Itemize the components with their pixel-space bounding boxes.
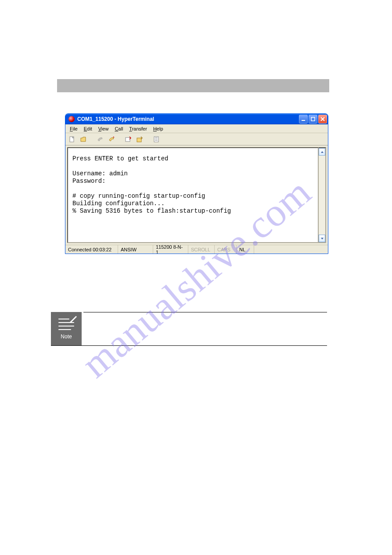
svg-rect-7 [155, 139, 158, 139]
chevron-down-icon [320, 237, 324, 240]
note-icon: Note [51, 312, 82, 345]
phone-connect-button[interactable] [95, 134, 105, 144]
svg-rect-6 [155, 138, 158, 138]
svg-rect-1 [311, 117, 315, 121]
properties-icon [153, 136, 160, 143]
menu-edit[interactable]: Edit [81, 126, 95, 132]
menu-help-label: elp [157, 126, 163, 131]
phone-disconnect-button[interactable] [107, 134, 116, 144]
hyperterminal-window: COM1_115200 - HyperTerminal File Edit Vi… [65, 113, 328, 254]
status-nl: NL [237, 245, 254, 254]
close-icon [320, 117, 325, 121]
window-title: COM1_115200 - HyperTerminal [77, 116, 299, 122]
menu-file[interactable]: File [67, 126, 80, 132]
scroll-up-button[interactable] [319, 148, 325, 156]
open-folder-icon [80, 136, 87, 143]
vertical-scrollbar[interactable] [319, 147, 326, 243]
menu-transfer-label: ransfer [132, 126, 147, 131]
svg-rect-3 [126, 138, 130, 141]
terminal-output[interactable]: Press ENTER to get started Username: adm… [67, 147, 319, 243]
status-settings: 115200 8-N-1 [153, 245, 188, 254]
minimize-icon [301, 117, 306, 121]
menu-call-label: all [118, 126, 123, 131]
app-icon [68, 116, 75, 122]
titlebar: COM1_115200 - HyperTerminal [65, 114, 328, 124]
gray-banner [57, 79, 329, 92]
chevron-up-icon [320, 150, 324, 154]
svg-rect-4 [137, 138, 141, 142]
pen-icon [69, 315, 77, 323]
new-file-button[interactable] [67, 134, 77, 144]
svg-rect-8 [155, 140, 158, 141]
note-box: Note [51, 312, 332, 345]
send-file-button[interactable] [123, 134, 133, 144]
menu-file-label: ile [73, 126, 78, 131]
menu-view[interactable]: View [96, 126, 111, 132]
menu-view-label: iew [101, 126, 109, 131]
status-scroll: SCROLL [188, 245, 215, 254]
properties-button[interactable] [151, 134, 161, 144]
new-file-icon [68, 136, 76, 143]
note-bottom-rule [51, 345, 327, 346]
menu-edit-label: dit [87, 126, 92, 131]
status-bar: Connected 00:03:22 ANSIW 115200 8-N-1 SC… [65, 245, 328, 254]
status-emulation: ANSIW [118, 245, 153, 254]
toolbar [65, 133, 328, 145]
status-caps: CAPS [215, 245, 237, 254]
menu-help[interactable]: Help [151, 126, 166, 132]
minimize-button[interactable] [299, 115, 308, 123]
close-button[interactable] [318, 115, 327, 123]
maximize-button[interactable] [309, 115, 317, 123]
menu-call[interactable]: Call [112, 126, 126, 132]
open-folder-button[interactable] [79, 134, 88, 144]
doc-lines-icon [58, 318, 74, 332]
maximize-icon [311, 117, 315, 121]
menu-transfer[interactable]: Transfer [126, 126, 150, 132]
receive-file-button[interactable] [135, 134, 144, 144]
note-label: Note [61, 334, 72, 340]
send-file-icon [125, 136, 132, 143]
svg-rect-0 [302, 120, 305, 121]
scrollbar-track[interactable] [319, 156, 325, 235]
phone-connect-icon [97, 136, 104, 143]
scroll-down-button[interactable] [319, 235, 325, 242]
status-connected: Connected 00:03:22 [65, 245, 118, 254]
phone-disconnect-icon [108, 136, 115, 143]
menu-bar: File Edit View Call Transfer Help [65, 124, 328, 133]
receive-file-icon [136, 136, 143, 143]
